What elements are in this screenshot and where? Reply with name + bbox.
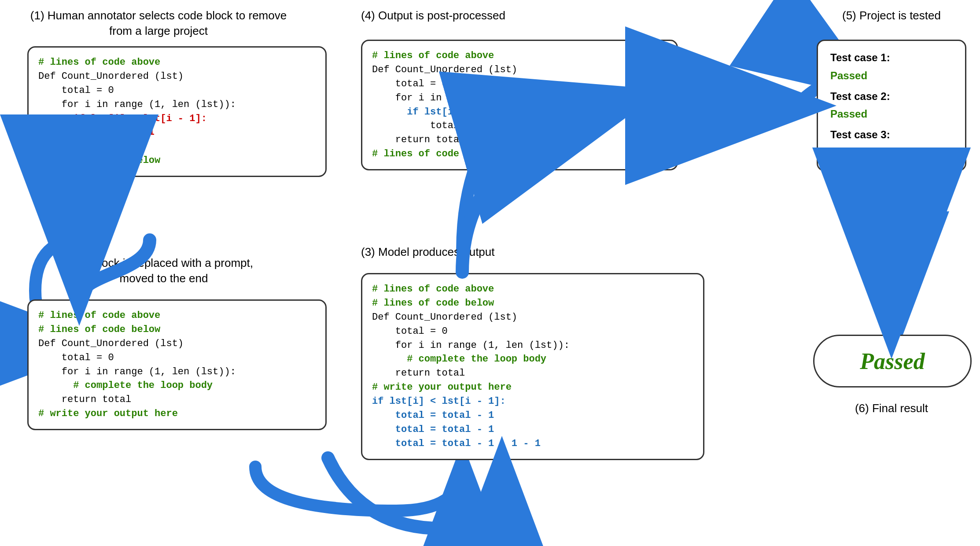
cb4-line7: return total	[372, 133, 667, 147]
step1-label: (1) Human annotator selects code block t…	[26, 8, 291, 39]
cb1-line4: for i in range (1, len (lst)):	[38, 98, 316, 112]
cb4-line3: total = 0	[372, 77, 667, 91]
cb1-line8: # lines of code below	[38, 154, 316, 168]
step6-label: (6) Final result	[823, 401, 960, 416]
test-results-box: Test case 1: Passed Test case 2: Passed …	[817, 40, 966, 171]
cb3-line12: total = total - 1 - 1 - 1	[372, 437, 693, 451]
cb4-line8: # lines of code below	[372, 147, 667, 161]
cb2-line6: # complete the loop body	[38, 379, 316, 393]
cb4-line4: for i in range (1, len (lst)):	[372, 91, 667, 105]
cb4-line6: total = total - 1	[372, 119, 667, 133]
cb3-line7: return total	[372, 366, 693, 380]
cb2-line4: total = 0	[38, 351, 316, 365]
cb1-line6: total -= 1	[38, 125, 316, 140]
code-box-3: # lines of code above # lines of code be…	[361, 273, 704, 460]
cb2-line5: for i in range (1, len (lst)):	[38, 365, 316, 379]
cb1-line2: Def Count_Unordered (lst)	[38, 70, 316, 84]
step4-label: (4) Output is post-processed	[361, 8, 581, 23]
cb3-line3: Def Count_Unordered (lst)	[372, 310, 693, 325]
cb1-line5: if lst[i] < lst[i - 1]:	[38, 112, 316, 126]
cb4-line1: # lines of code above	[372, 49, 667, 63]
cb1-line3: total = 0	[38, 84, 316, 98]
cb2-line8: # write your output here	[38, 407, 316, 421]
cb4-line2: Def Count_Unordered (lst)	[372, 63, 667, 77]
cb2-line7: return total	[38, 393, 316, 407]
cb3-line2: # lines of code below	[372, 296, 693, 310]
cb3-line8: # write your output here	[372, 380, 693, 395]
diagram-container: (1) Human annotator selects code block t…	[0, 0, 980, 546]
cb1-line1: # lines of code above	[38, 55, 316, 70]
passed-oval: Passed	[813, 335, 972, 387]
cb2-line3: Def Count_Unordered (lst)	[38, 337, 316, 351]
cb3-line5: for i in range (1, len (lst)):	[372, 339, 693, 353]
cb3-line10: total = total - 1	[372, 409, 693, 423]
code-box-4: # lines of code above Def Count_Unordere…	[361, 40, 678, 170]
cb4-line5: if lst[i] < lst[i - 1]:	[372, 105, 667, 119]
test-case-1: Test case 1: Passed	[830, 49, 953, 85]
cb2-line1: # lines of code above	[38, 309, 316, 323]
cb3-line4: total = 0	[372, 325, 693, 339]
code-box-1: # lines of code above Def Count_Unordere…	[27, 46, 327, 177]
test-case-2: Test case 2: Passed	[830, 88, 953, 124]
cb3-line11: total = total - 1	[372, 423, 693, 437]
passed-result-text: Passed	[860, 348, 925, 374]
cb3-line6: # complete the loop body	[372, 352, 693, 366]
step3-label: (3) Model produces output	[361, 244, 581, 260]
cb3-line9: if lst[i] < lst[i - 1]:	[372, 395, 693, 409]
step2-label: (2) Block is replaced with a prompt, mov…	[27, 255, 300, 286]
code-box-2: # lines of code above # lines of code be…	[27, 299, 327, 430]
cb2-line2: # lines of code below	[38, 323, 316, 337]
test-case-3: Test case 3: Passed	[830, 126, 953, 162]
step5-label: (5) Project is tested	[823, 8, 960, 23]
cb3-line1: # lines of code above	[372, 282, 693, 296]
cb1-line7: return total	[38, 140, 316, 154]
